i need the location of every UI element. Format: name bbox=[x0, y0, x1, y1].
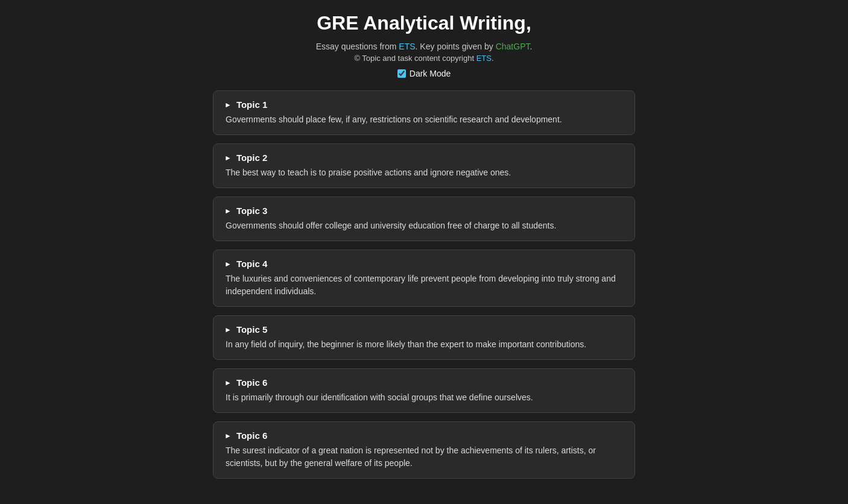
topic-description: The luxuries and conveniences of contemp… bbox=[224, 272, 624, 298]
topic-description: It is primarily through our identificati… bbox=[224, 391, 624, 404]
copyright-ets-link[interactable]: ETS bbox=[476, 54, 492, 63]
dark-mode-label: Dark Mode bbox=[410, 69, 451, 78]
subtitle-suffix: . bbox=[530, 42, 532, 51]
topic-description: The best way to teach is to praise posit… bbox=[224, 166, 624, 179]
topic-arrow-icon: ► bbox=[224, 379, 232, 387]
header: GRE Analytical Writing, Essay questions … bbox=[0, 12, 848, 78]
copyright: © Topic and task content copyright ETS. bbox=[0, 54, 848, 63]
topic-header: ► Topic 6 bbox=[224, 430, 624, 441]
topic-header: ► Topic 6 bbox=[224, 377, 624, 388]
topic-item-5[interactable]: ► Topic 5 In any field of inquiry, the b… bbox=[213, 315, 635, 360]
ets-link[interactable]: ETS bbox=[399, 42, 415, 51]
copyright-suffix: . bbox=[492, 54, 494, 63]
topic-item-2[interactable]: ► Topic 2 The best way to teach is to pr… bbox=[213, 143, 635, 188]
page-title: GRE Analytical Writing, bbox=[0, 12, 848, 34]
topic-item-1[interactable]: ► Topic 1 Governments should place few, … bbox=[213, 90, 635, 135]
topic-header: ► Topic 3 bbox=[224, 206, 624, 216]
topic-title: Topic 6 bbox=[236, 430, 267, 441]
subtitle-middle: . Key points given by bbox=[416, 42, 496, 51]
topic-item-7[interactable]: ► Topic 6 The surest indicator of a grea… bbox=[213, 421, 635, 479]
topic-header: ► Topic 1 bbox=[224, 99, 624, 110]
dark-mode-checkbox[interactable] bbox=[397, 69, 406, 78]
topics-container: ► Topic 1 Governments should place few, … bbox=[213, 90, 635, 479]
page-wrapper: GRE Analytical Writing, Essay questions … bbox=[0, 0, 848, 503]
topic-description: Governments should offer college and uni… bbox=[224, 219, 624, 232]
topic-description: In any field of inquiry, the beginner is… bbox=[224, 338, 624, 351]
topic-item-3[interactable]: ► Topic 3 Governments should offer colle… bbox=[213, 197, 635, 241]
topic-header: ► Topic 5 bbox=[224, 324, 624, 335]
topic-arrow-icon: ► bbox=[224, 326, 232, 334]
topic-description: The surest indicator of a great nation i… bbox=[224, 444, 624, 470]
topic-title: Topic 2 bbox=[236, 153, 267, 163]
dark-mode-toggle[interactable]: Dark Mode bbox=[0, 69, 848, 78]
topic-header: ► Topic 4 bbox=[224, 259, 624, 269]
topic-arrow-icon: ► bbox=[224, 432, 232, 440]
topic-title: Topic 6 bbox=[236, 377, 267, 388]
topic-arrow-icon: ► bbox=[224, 207, 232, 215]
chatgpt-link[interactable]: ChatGPT bbox=[496, 42, 530, 51]
topic-arrow-icon: ► bbox=[224, 154, 232, 162]
topic-item-6[interactable]: ► Topic 6 It is primarily through our id… bbox=[213, 368, 635, 413]
topic-title: Topic 4 bbox=[236, 259, 267, 269]
copyright-prefix: © Topic and task content copyright bbox=[354, 54, 476, 63]
topic-arrow-icon: ► bbox=[224, 260, 232, 268]
topic-title: Topic 1 bbox=[236, 99, 267, 110]
topic-description: Governments should place few, if any, re… bbox=[224, 113, 624, 126]
subtitle: Essay questions from ETS. Key points giv… bbox=[0, 42, 848, 51]
topic-title: Topic 3 bbox=[236, 206, 267, 216]
topic-header: ► Topic 2 bbox=[224, 153, 624, 163]
topic-arrow-icon: ► bbox=[224, 101, 232, 109]
topic-item-4[interactable]: ► Topic 4 The luxuries and conveniences … bbox=[213, 250, 635, 307]
topic-title: Topic 5 bbox=[236, 324, 267, 335]
subtitle-prefix: Essay questions from bbox=[316, 42, 399, 51]
